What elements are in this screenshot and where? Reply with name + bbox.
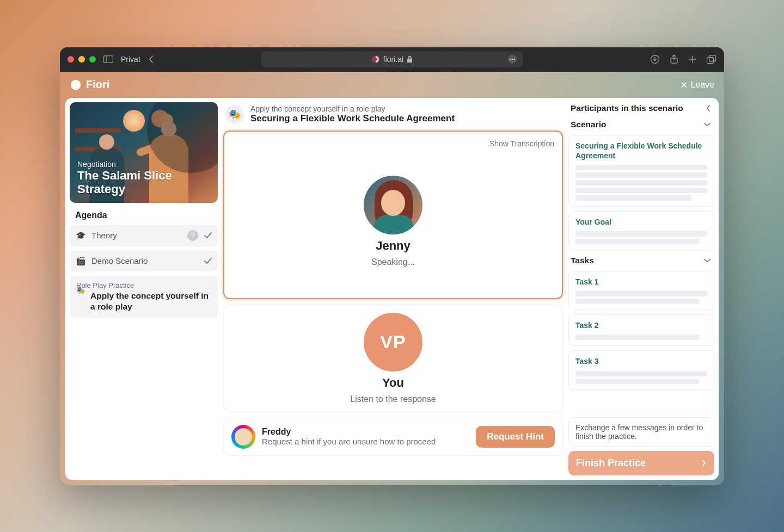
jenny-avatar <box>364 176 422 234</box>
agenda-heading: Agenda <box>70 207 218 220</box>
assistant-sub: Request a hint if you are unsure how to … <box>262 437 436 446</box>
speaker-status: Speaking... <box>371 257 415 267</box>
you-initials: VP <box>380 331 406 352</box>
check-icon <box>204 232 212 239</box>
masks-icon: 🎭 <box>225 105 244 123</box>
app-chrome: Fiori Leave Negotiation The Salami Slice… <box>60 72 724 485</box>
goal-panel: Your Goal <box>568 211 714 250</box>
brand-text: Fiori <box>86 78 109 91</box>
agenda-item-theory[interactable]: 🎓 Theory ? <box>70 225 218 246</box>
scenario-header-right[interactable]: Scenario <box>568 119 714 131</box>
scenario-title: Securing a Flexible Work Schedule Agreem… <box>250 113 455 124</box>
brand-logo[interactable]: Fiori <box>70 78 109 91</box>
scenario-panel: Securing a Flexible Work Schedule Agreem… <box>568 135 714 207</box>
agenda-item-label: Theory <box>91 231 182 240</box>
svg-point-7 <box>513 59 514 60</box>
assistant-name: Freddy <box>262 427 436 437</box>
workspace: Negotiation The Salami Slice Strategy Ag… <box>65 98 719 480</box>
site-favicon-icon <box>371 55 380 64</box>
task-title: Task 1 <box>575 277 707 287</box>
tabs-icon[interactable] <box>707 54 716 64</box>
svg-rect-11 <box>707 58 714 64</box>
hero-title: The Salami Slice Strategy <box>77 169 213 196</box>
you-status: Listen to the response <box>350 394 436 404</box>
you-card: VP You Listen to the response <box>223 305 563 412</box>
agenda-active-title: Apply the concept yourself in a role pla… <box>76 290 211 312</box>
address-text: fiori.ai <box>383 55 403 64</box>
task-1-panel: Task 1 <box>568 271 714 310</box>
titlebar: Privat fiori.ai <box>60 47 724 72</box>
task-title: Task 2 <box>575 320 707 330</box>
svg-rect-3 <box>407 59 412 63</box>
close-window-dot[interactable] <box>68 56 74 63</box>
new-tab-icon[interactable] <box>688 54 697 64</box>
left-column: Negotiation The Salami Slice Strategy Ag… <box>70 102 218 475</box>
task-3-panel: Task 3 <box>568 350 714 389</box>
svg-point-2 <box>372 55 379 63</box>
graduation-cap-icon: 🎓 <box>75 231 86 240</box>
app-bar: Fiori Leave <box>60 72 724 98</box>
chevron-right-icon <box>701 459 707 467</box>
help-icon[interactable]: ? <box>187 230 198 241</box>
scenario-panel-title: Securing a Flexible Work Schedule Agreem… <box>575 141 707 160</box>
middle-column: 🎭 Apply the concept yourself in a role p… <box>223 102 563 475</box>
finish-practice-button[interactable]: Finish Practice <box>568 451 714 475</box>
tasks-header[interactable]: Tasks <box>568 255 714 267</box>
window-controls <box>68 56 96 63</box>
speaker-card: Show Transcription Jenny Speaking... <box>223 131 563 299</box>
request-hint-button[interactable]: Request Hint <box>476 426 555 448</box>
logo-icon <box>70 79 82 91</box>
address-bar[interactable]: fiori.ai <box>261 51 523 67</box>
right-column: Participants in this scenario Scenario S… <box>568 102 714 475</box>
participants-header[interactable]: Participants in this scenario <box>568 102 714 114</box>
chevron-down-icon[interactable] <box>702 121 712 128</box>
you-name: You <box>382 376 404 390</box>
more-icon[interactable] <box>507 54 517 64</box>
svg-point-6 <box>512 59 513 60</box>
close-icon <box>681 82 687 88</box>
leave-label: Leave <box>690 80 714 90</box>
task-title: Task 3 <box>575 356 707 366</box>
speaker-name: Jenny <box>376 239 411 253</box>
minimize-window-dot[interactable] <box>78 56 85 63</box>
leave-button[interactable]: Leave <box>681 80 714 90</box>
finish-label: Finish Practice <box>576 457 646 469</box>
chevron-down-icon[interactable] <box>702 257 712 264</box>
you-avatar: VP <box>364 313 422 372</box>
chevron-left-icon[interactable] <box>705 103 712 113</box>
agenda-item-demo[interactable]: 🎬 Demo Scenario <box>70 251 218 271</box>
task-2-panel: Task 2 <box>568 314 714 346</box>
svg-point-5 <box>510 59 511 60</box>
scenario-label: Scenario <box>571 120 606 129</box>
agenda-item-roleplay[interactable]: 🎭 Role Play Practice Apply the concept y… <box>70 276 218 318</box>
lock-icon <box>407 56 413 63</box>
private-label: Privat <box>121 55 140 64</box>
assistant-bar: Freddy Request a hint if you are unsure … <box>223 418 563 456</box>
back-icon[interactable] <box>148 55 155 64</box>
tasks-label: Tasks <box>571 256 594 265</box>
scenario-overline: Apply the concept yourself in a role pla… <box>250 104 455 113</box>
scenario-header: 🎭 Apply the concept yourself in a role p… <box>223 102 563 125</box>
goal-title: Your Goal <box>575 217 707 227</box>
freddy-avatar <box>231 425 255 449</box>
show-transcription-button[interactable]: Show Transcription <box>489 139 554 148</box>
check-icon <box>204 257 212 265</box>
hero-card: Negotiation The Salami Slice Strategy <box>70 102 218 203</box>
svg-rect-0 <box>104 56 113 63</box>
hero-category: Negotiation <box>77 160 213 169</box>
downloads-icon[interactable] <box>650 54 660 64</box>
maximize-window-dot[interactable] <box>89 56 96 63</box>
browser-window: Privat fiori.ai Fiori <box>60 47 724 485</box>
agenda-item-label: Demo Scenario <box>91 256 198 265</box>
sidebar-icon[interactable] <box>103 55 113 63</box>
svg-rect-10 <box>709 55 716 61</box>
masks-icon: 🎭 <box>76 286 85 294</box>
share-icon[interactable] <box>670 54 678 64</box>
finish-note: Exchange a few messages in order to fini… <box>568 417 714 447</box>
participants-label: Participants in this scenario <box>571 103 683 113</box>
clapper-icon: 🎬 <box>75 256 86 266</box>
